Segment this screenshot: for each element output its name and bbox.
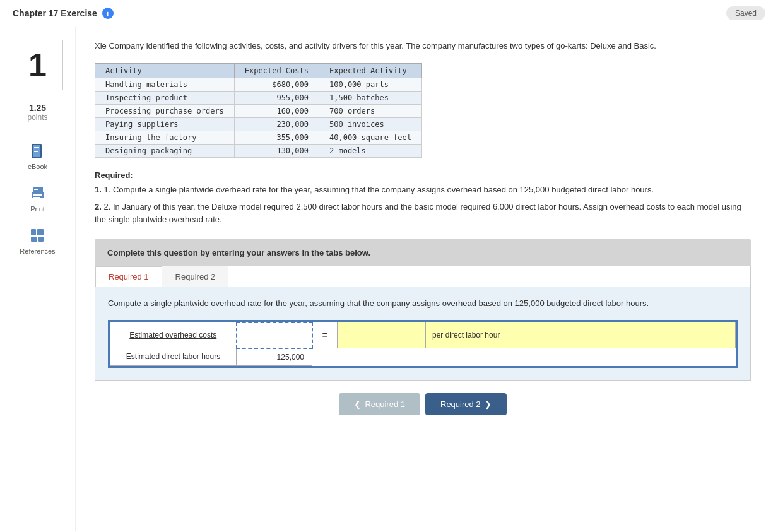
info-icon[interactable]: i xyxy=(102,8,114,19)
sidebar-item-print[interactable]: Print xyxy=(28,183,48,213)
main-layout: 1 1.25 points eBook xyxy=(0,27,778,531)
required-item-2: 2. 2. In January of this year, the Delux… xyxy=(95,201,751,227)
references-icon xyxy=(27,225,47,245)
required-label: Required: xyxy=(95,170,751,180)
table-cell: 500 invoices xyxy=(319,117,422,131)
calc-row-1: Estimated overhead costs = per direct la… xyxy=(110,322,736,348)
col-activity: Activity xyxy=(95,63,235,78)
complete-box: Complete this question by entering your … xyxy=(95,239,751,266)
table-cell: 230,000 xyxy=(234,117,319,131)
main-content: Xie Company identified the following act… xyxy=(76,27,770,531)
table-cell: Designing packaging xyxy=(95,144,235,157)
table-cell: Paying suppliers xyxy=(95,117,235,131)
table-cell: 955,000 xyxy=(234,91,319,104)
tabs-header: Required 1 Required 2 xyxy=(95,266,750,287)
overhead-costs-input-cell[interactable] xyxy=(237,322,312,348)
table-row: Insuring the factory355,00040,000 square… xyxy=(95,131,422,144)
tab-description: Compute a single plantwide overhead rate… xyxy=(108,297,738,310)
activity-table: Activity Expected Costs Expected Activit… xyxy=(95,63,422,158)
direct-labor-hours-label: Estimated direct labor hours xyxy=(110,348,237,366)
table-cell: 1,500 batches xyxy=(319,91,422,104)
print-label: Print xyxy=(30,205,45,213)
svg-rect-9 xyxy=(34,189,38,190)
table-row: Designing packaging130,0002 models xyxy=(95,144,422,157)
tabs-container: Required 1 Required 2 Compute a single p… xyxy=(95,266,751,381)
table-cell: Insuring the factory xyxy=(95,131,235,144)
svg-rect-1 xyxy=(33,145,40,157)
table-cell: Processing purchase orders xyxy=(95,104,235,117)
svg-rect-10 xyxy=(31,229,36,235)
ebook-icon xyxy=(28,141,48,161)
table-cell: $680,000 xyxy=(234,78,319,91)
nav-buttons: Required 1 Required 2 xyxy=(95,393,751,415)
next-button-label: Required 2 xyxy=(440,399,481,409)
col-expected-costs: Expected Costs xyxy=(234,63,319,78)
svg-rect-11 xyxy=(37,229,44,235)
table-row: Paying suppliers230,000500 invoices xyxy=(95,117,422,131)
required-section: Required: 1. 1. Compute a single plantwi… xyxy=(95,170,751,227)
sidebar-item-ebook[interactable]: eBook xyxy=(28,141,48,170)
next-button[interactable]: Required 2 xyxy=(425,393,507,415)
result-input[interactable] xyxy=(345,326,418,344)
points-label: points xyxy=(27,113,47,122)
per-direct-labor-hour-label: per direct labor hour xyxy=(426,322,736,348)
table-cell: 2 models xyxy=(319,144,422,157)
table-cell: 700 orders xyxy=(319,104,422,117)
table-cell: 160,000 xyxy=(234,104,319,117)
table-cell: 40,000 square feet xyxy=(319,131,422,144)
points-value: 1.25 xyxy=(27,103,47,113)
intro-text: Xie Company identified the following act… xyxy=(95,40,751,53)
table-row: Handling materials$680,000100,000 parts xyxy=(95,78,422,91)
prev-button-label: Required 1 xyxy=(365,399,405,409)
overhead-costs-label: Estimated overhead costs xyxy=(110,322,237,348)
result-input-cell[interactable] xyxy=(338,322,426,348)
calc-table: Estimated overhead costs = per direct la… xyxy=(110,322,736,366)
table-row: Processing purchase orders160,000700 ord… xyxy=(95,104,422,117)
sidebar: 1 1.25 points eBook xyxy=(0,27,76,531)
svg-rect-13 xyxy=(38,237,44,242)
chapter-title: Chapter 17 Exercise xyxy=(13,8,97,18)
prev-button[interactable]: Required 1 xyxy=(339,393,420,415)
calculation-inner: Estimated overhead costs = per direct la… xyxy=(110,322,736,366)
calculation-container: Estimated overhead costs = per direct la… xyxy=(108,320,738,368)
sidebar-item-references[interactable]: References xyxy=(20,225,55,255)
svg-rect-7 xyxy=(33,194,42,196)
ebook-label: eBook xyxy=(28,163,47,170)
empty-span xyxy=(312,348,736,366)
svg-rect-12 xyxy=(31,237,37,242)
saved-badge: Saved xyxy=(726,6,765,20)
svg-rect-2 xyxy=(34,147,39,148)
question-number: 1 xyxy=(28,46,47,84)
required-item-1: 1. 1. Compute a single plantwide overhea… xyxy=(95,184,751,197)
page-header: Chapter 17 Exercise i Saved xyxy=(0,0,778,27)
table-cell: 130,000 xyxy=(234,144,319,157)
table-cell: Inspecting product xyxy=(95,91,235,104)
next-chevron-icon xyxy=(485,399,492,409)
overhead-costs-input[interactable] xyxy=(237,326,312,344)
calc-row-2: Estimated direct labor hours 125,000 xyxy=(110,348,736,366)
table-cell: Handling materials xyxy=(95,78,235,91)
table-cell: 100,000 parts xyxy=(319,78,422,91)
svg-rect-3 xyxy=(34,150,39,150)
col-expected-activity: Expected Activity xyxy=(319,63,422,78)
points-section: 1.25 points xyxy=(27,103,47,122)
prev-chevron-icon xyxy=(354,399,361,409)
table-row: Inspecting product955,0001,500 batches xyxy=(95,91,422,104)
references-label: References xyxy=(20,247,55,255)
svg-rect-4 xyxy=(34,151,38,152)
direct-labor-hours-value: 125,000 xyxy=(237,348,312,366)
equals-sign: = xyxy=(312,322,338,348)
print-icon xyxy=(28,183,48,203)
tab-required1[interactable]: Required 1 xyxy=(95,266,162,287)
header-title-area: Chapter 17 Exercise i xyxy=(13,8,114,19)
table-cell: 355,000 xyxy=(234,131,319,144)
tab-required2[interactable]: Required 2 xyxy=(162,266,229,287)
tab1-content: Compute a single plantwide overhead rate… xyxy=(95,287,750,380)
question-number-box: 1 xyxy=(13,40,63,90)
svg-rect-8 xyxy=(33,197,40,198)
